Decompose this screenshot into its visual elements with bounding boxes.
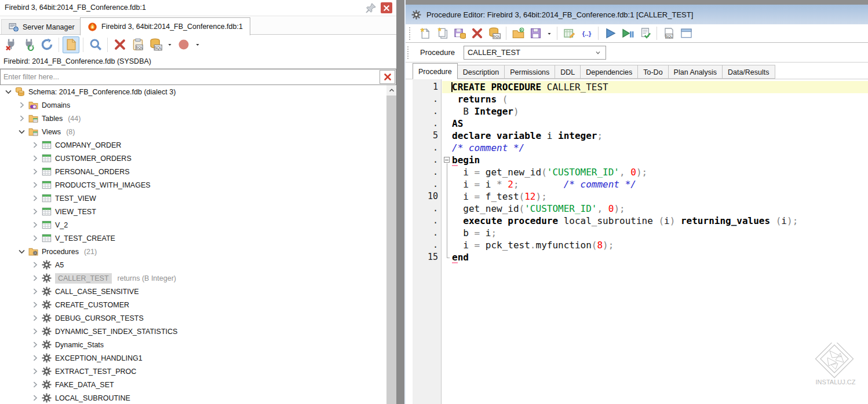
tree-scrollbar[interactable] (386, 85, 396, 404)
code-insight-button[interactable]: {..} (578, 25, 595, 41)
chevron-right-icon[interactable] (30, 193, 40, 203)
tree-item-label: EXTRACT_TEST_PROC (55, 368, 136, 376)
tab-data-results[interactable]: Data/Results (723, 65, 775, 79)
tree-item-company-order[interactable]: COMPANY_ORDER (0, 138, 396, 152)
save-options-button[interactable] (545, 25, 553, 41)
tree-item-debug-cursor-tests[interactable]: DEBUG_CURSOR_TESTS (0, 311, 396, 325)
tab-ddl[interactable]: DDL (555, 65, 581, 79)
tree-item-dynamic-set-index-statistics[interactable]: DYNAMIC_SET_INDEX_STATISTICS (0, 325, 396, 338)
save-button[interactable] (527, 25, 544, 41)
drop-procedure-button[interactable] (469, 25, 485, 41)
edit-data-button[interactable] (561, 25, 577, 41)
tree-item-v-2[interactable]: V_2 (0, 218, 396, 232)
delete-button[interactable] (111, 36, 128, 53)
chevron-right-icon[interactable] (30, 233, 40, 243)
refresh-button[interactable] (38, 36, 55, 53)
chevron-right-icon[interactable] (30, 273, 40, 283)
chevron-right-icon[interactable] (30, 207, 40, 216)
duplicate-procedure-button[interactable] (434, 25, 450, 41)
tree-item-v-test-create[interactable]: V_TEST_CREATE (0, 232, 396, 245)
procedure-combobox[interactable]: CALLER_TEST (464, 46, 606, 60)
chevron-right-icon[interactable] (17, 100, 27, 110)
filter-clear-button[interactable] (380, 70, 395, 84)
chevron-right-icon[interactable] (30, 180, 40, 190)
tab-server-manager[interactable]: Server Manager (1, 19, 82, 34)
new-procedure-button[interactable] (417, 25, 433, 41)
tree-item-local-subroutine[interactable]: LOCAL_SUBROUTINE (0, 391, 396, 404)
sql-script-button[interactable]: SQL (486, 25, 502, 41)
open-button[interactable] (510, 25, 526, 41)
fold-collapse-icon[interactable] (444, 157, 450, 163)
tab-procedure[interactable]: Procedure (413, 63, 458, 79)
scrollbar-thumb[interactable] (386, 96, 396, 404)
filter-input[interactable] (3, 71, 357, 83)
chevron-right-icon[interactable] (30, 287, 40, 296)
layout-button[interactable] (678, 25, 694, 41)
tree-item-schema-2014-fb-conference-fdb-dialect-3[interactable]: Schema: 2014_FB_Conference.fdb (dialect … (0, 85, 396, 98)
tab-description[interactable]: Description (458, 65, 505, 79)
chevron-down-icon[interactable] (3, 87, 13, 97)
sql-script-button[interactable]: SQL (147, 36, 164, 53)
tree-item-extract-test-proc[interactable]: EXTRACT_TEST_PROC (0, 365, 396, 378)
show-sql-button[interactable]: SQL (661, 25, 677, 41)
scroll-up-button[interactable] (386, 85, 396, 96)
tree-item-dynamic-stats[interactable]: Dynamic_Stats (0, 338, 396, 351)
tree-item-create-customer[interactable]: CREATE_CUSTOMER (0, 298, 396, 311)
run-button[interactable] (602, 25, 618, 41)
chevron-right-icon[interactable] (30, 366, 40, 376)
panel-splitter[interactable] (396, 0, 404, 404)
tree-item-procedures[interactable]: Procedures(21) (0, 245, 396, 258)
tree-item-products-with-images[interactable]: PRODUCTS_WITH_IMAGES (0, 178, 396, 192)
pin-icon[interactable] (365, 2, 377, 14)
search-button[interactable] (87, 36, 104, 53)
record-button[interactable] (175, 36, 192, 53)
code-editor[interactable]: 1CREATE PROCEDURE CALLER_TEST. returns (… (406, 79, 868, 404)
chevron-right-icon[interactable] (30, 393, 40, 403)
chevron-down-icon[interactable] (17, 247, 27, 256)
database-objects-button[interactable] (63, 36, 79, 53)
sql-editor-button[interactable]: SQL (129, 36, 146, 53)
tree-item-domains[interactable]: Domains (0, 98, 396, 112)
tab-plan-analysis[interactable]: Plan Analysis (669, 65, 723, 79)
chevron-right-icon[interactable] (30, 140, 40, 150)
tree-item-test-view[interactable]: TEST_VIEW (0, 192, 396, 205)
chevron-right-icon[interactable] (17, 113, 27, 123)
svg-text:{..}: {..} (582, 30, 591, 38)
window-title-bar[interactable]: Procedure Editor: Firebird 3, 64bit:2014… (406, 5, 868, 24)
chevron-right-icon[interactable] (30, 380, 40, 390)
tab-dependencies[interactable]: Dependencies (581, 65, 638, 79)
disconnect-button[interactable] (2, 36, 19, 53)
toolbar-drag-handle[interactable] (407, 46, 411, 59)
tree-item-view-test[interactable]: VIEW_TEST (0, 205, 396, 218)
chevron-right-icon[interactable] (30, 313, 40, 323)
tree-item-a5[interactable]: A5 (0, 258, 396, 271)
chevron-right-icon[interactable] (30, 353, 40, 363)
chevron-right-icon[interactable] (30, 153, 40, 163)
run-debugger-button[interactable] (619, 25, 636, 41)
tab-to-do[interactable]: To-Do (638, 65, 668, 79)
tab-database[interactable]: Firebird 3, 64bit:2014_FB_Conference.fdb… (80, 17, 250, 35)
close-button[interactable] (381, 2, 392, 13)
chevron-right-icon[interactable] (30, 220, 40, 230)
tree-item-fake-data-set[interactable]: FAKE_DATA_SET (0, 378, 396, 391)
tree-item-customer-orders[interactable]: CUSTOMER_ORDERS (0, 152, 396, 165)
compile-to-db-button[interactable] (451, 25, 468, 41)
tree-item-tables[interactable]: Tables(44) (0, 112, 396, 125)
tree-item-call-case-sensitive[interactable]: CALL_CASE_SENSITIVE (0, 285, 396, 298)
tree-item-caller-test[interactable]: CALLER_TESTreturns (B Integer) (0, 271, 396, 285)
chevron-right-icon[interactable] (30, 167, 40, 177)
reconnect-button[interactable] (20, 36, 37, 53)
toolbar-drag-handle[interactable] (409, 27, 413, 40)
chevron-right-icon[interactable] (30, 326, 40, 336)
chevron-down-icon[interactable] (17, 127, 27, 137)
tree-item-views[interactable]: Views(8) (0, 125, 396, 138)
chevron-right-icon[interactable] (30, 340, 40, 350)
chevron-right-icon[interactable] (30, 300, 40, 310)
sql-script-options-button[interactable] (165, 36, 174, 53)
validate-script-button[interactable] (637, 25, 653, 41)
tree-item-exception-handling1[interactable]: EXCEPTION_HANDLING1 (0, 351, 396, 365)
tab-permissions[interactable]: Permissions (505, 65, 555, 79)
tree-item-personal-orders[interactable]: PERSONAL_ORDERS (0, 165, 396, 178)
chevron-right-icon[interactable] (30, 260, 40, 270)
record-options-button[interactable] (193, 36, 202, 53)
